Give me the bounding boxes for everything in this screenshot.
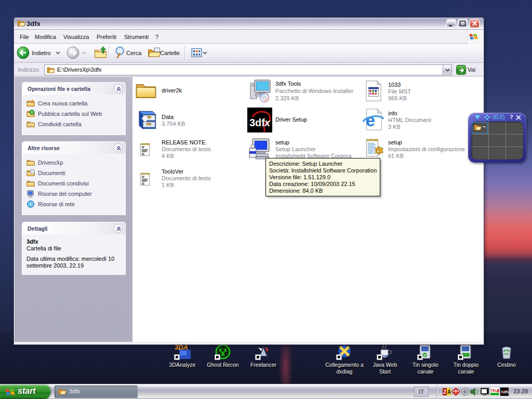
svg-text:Z: Z (443, 389, 446, 395)
svg-text:A: A (447, 389, 451, 395)
svg-text:5: 5 (497, 389, 499, 393)
